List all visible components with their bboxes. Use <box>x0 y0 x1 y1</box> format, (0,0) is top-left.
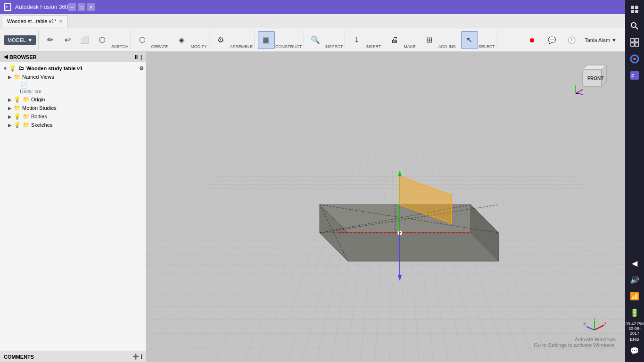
svg-marker-13 <box>398 171 402 176</box>
notification-button[interactable]: 💬 <box>543 31 560 49</box>
assemble-group: ⚙ ASSEMBLE <box>210 31 255 49</box>
create-button[interactable]: ⬡ <box>134 31 151 49</box>
model-group: MODEL ▼ <box>2 31 39 49</box>
make-icon: 🖨 <box>391 36 398 44</box>
inspect-button[interactable]: 🔍 <box>307 31 324 49</box>
taskbar-time: 09:42 PM 30-06-2017 <box>625 321 644 336</box>
comments-label: COMMENTS <box>4 354 34 360</box>
origin-visibility-icon[interactable]: 💡 <box>13 96 21 103</box>
svg-rect-32 <box>635 6 638 9</box>
svg-line-30 <box>576 93 583 94</box>
battery-icon[interactable]: 🔋 <box>627 305 642 320</box>
wifi-icon[interactable]: 📶 <box>627 288 642 304</box>
record-button[interactable]: ⏺ <box>523 31 540 49</box>
make-label: MAKE <box>404 44 416 49</box>
model-chevron: ▼ <box>27 37 33 43</box>
tab-close-button[interactable]: ✕ <box>59 19 63 24</box>
construct-label: CONSTRUCT <box>275 44 302 49</box>
3d-model <box>291 167 499 300</box>
sketches-folder-icon: 📁 <box>22 122 30 128</box>
origin-chevron: ▶ <box>7 97 13 102</box>
select-label: SELECT <box>479 44 495 49</box>
viewcube[interactable]: FRONT <box>573 56 616 98</box>
maximize-button[interactable]: □ <box>78 3 85 11</box>
select-button[interactable]: ↖ <box>461 31 478 49</box>
notification-center-icon[interactable]: 💬 <box>627 343 642 358</box>
clock-button[interactable]: 🕐 <box>563 31 580 49</box>
addins-button[interactable]: ⊞ <box>421 31 438 49</box>
construct-icon: ▦ <box>263 36 270 44</box>
sidebar: ◀ BROWSER ⏸ | ▼ 💡 🗂 Wooden study table v… <box>0 52 146 362</box>
motion-studies-item[interactable]: ▶ 📁 Motion Studies <box>0 104 146 112</box>
windows-taskbar: F ◀ 🔊 📶 🔋 09:42 PM 30-06-2017 ENG 💬 <box>625 0 644 362</box>
modify-label: MODIFY <box>190 44 207 49</box>
browser-resize-icon[interactable]: | <box>140 54 142 60</box>
construct-button[interactable]: ▦ <box>258 31 275 49</box>
project-icon: ⬜ <box>80 36 90 44</box>
browser-tree: ▼ 💡 🗂 Wooden study table v1 ⚙ ▶ 📁 Named … <box>0 62 146 351</box>
minimize-button[interactable]: ─ <box>68 3 76 11</box>
browser-collapse-icon[interactable]: ⏸ <box>133 54 139 60</box>
volume-icon[interactable]: 🔊 <box>627 272 642 287</box>
make-button[interactable]: 🖨 <box>386 31 403 49</box>
origin-folder-icon: 📁 <box>22 96 30 103</box>
tab-bar: Wooden st...table v1* ✕ ▼ <box>0 14 644 28</box>
sketches-visibility-icon[interactable]: 💡 <box>13 122 21 128</box>
sketch-finish-button[interactable]: ↩ <box>59 31 76 49</box>
inspect-group: 🔍 INSPECT <box>305 31 345 49</box>
active-tab[interactable]: Wooden st...table v1* ✕ <box>2 15 68 27</box>
select-icon: ↖ <box>466 36 472 44</box>
3d-viewport[interactable]: X Y Z FRONT Activate Window <box>146 52 644 362</box>
construct-group: ▦ CONSTRUCT <box>256 31 305 49</box>
named-views-folder-icon: 📁 <box>13 74 21 80</box>
bodies-visibility-icon[interactable]: 💡 <box>13 113 21 120</box>
sidebar-nav-left[interactable]: ◀ <box>4 54 8 60</box>
comments-resize-icon[interactable]: | <box>141 354 142 360</box>
root-visibility-icon[interactable]: 💡 <box>8 65 16 72</box>
inspect-label: INSPECT <box>324 44 343 49</box>
svg-marker-15 <box>398 275 402 281</box>
sketch-label: SKETCH <box>111 44 129 49</box>
create-label: CREATE <box>151 44 168 49</box>
named-views-item[interactable]: ▶ 📁 Named Views <box>0 73 146 81</box>
units-item: 📄 Units: cm <box>0 81 146 95</box>
sketch-3d-button[interactable]: ⬡ <box>94 31 111 49</box>
user-profile-button[interactable]: Tania Alam ▼ <box>583 31 619 49</box>
svg-text:F: F <box>631 73 635 79</box>
expand-taskbar-button[interactable]: ◀ <box>627 255 642 271</box>
fusion-taskbar-icon[interactable]: F <box>627 68 642 83</box>
close-button[interactable]: ✕ <box>87 3 95 11</box>
svg-point-42 <box>633 58 636 60</box>
modify-button[interactable]: ◈ <box>173 31 190 49</box>
tab-label: Wooden st...table v1* <box>7 18 56 24</box>
svg-text:Z: Z <box>583 322 586 327</box>
search-taskbar-button[interactable] <box>627 18 642 33</box>
task-view-button[interactable] <box>627 35 642 50</box>
make-group: 🖨 MAKE <box>384 31 418 49</box>
comments-add-icon[interactable]: ➕ <box>132 354 139 360</box>
root-settings-icon[interactable]: ⚙ <box>139 66 144 72</box>
model-button[interactable]: MODEL ▼ <box>4 35 36 45</box>
svg-rect-40 <box>635 43 638 46</box>
addins-label: ADD-INS <box>438 44 456 49</box>
bodies-item[interactable]: ▶ 💡 📁 Bodies <box>0 112 146 121</box>
insert-button[interactable]: ⤵ <box>348 31 365 49</box>
start-button[interactable] <box>627 2 642 17</box>
assemble-button[interactable]: ⚙ <box>212 31 229 49</box>
units-folder-icon: 📄 <box>20 82 27 89</box>
sketches-item[interactable]: ▶ 💡 📁 Sketches <box>0 121 146 129</box>
svg-line-18 <box>594 325 604 330</box>
addins-group: ⊞ ADD-INS <box>419 31 458 49</box>
tree-root-item[interactable]: ▼ 💡 🗂 Wooden study table v1 ⚙ <box>0 64 146 73</box>
insert-label: INSERT <box>365 44 381 49</box>
date-display: 30-06-2017 <box>625 326 644 336</box>
sketch-group: ✏ ↩ ⬜ ⬡ SKETCH <box>40 31 131 49</box>
origin-label: Origin <box>31 97 144 102</box>
assemble-icon: ⚙ <box>217 36 224 44</box>
chrome-taskbar-icon[interactable] <box>627 51 642 66</box>
svg-line-28 <box>576 90 583 93</box>
sketch-create-button[interactable]: ✏ <box>41 31 58 49</box>
sketch-project-button[interactable]: ⬜ <box>76 31 93 49</box>
origin-item[interactable]: ▶ 💡 📁 Origin <box>0 95 146 104</box>
svg-point-35 <box>631 23 636 27</box>
